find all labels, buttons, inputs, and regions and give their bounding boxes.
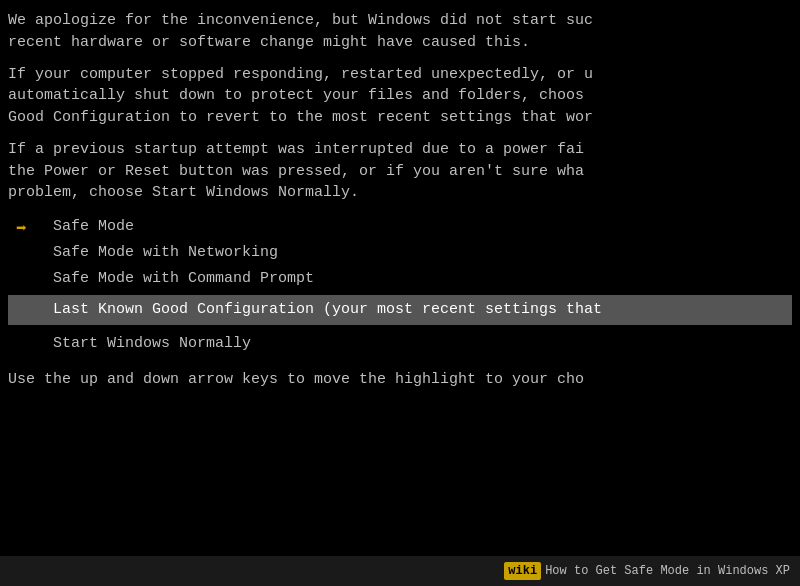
selection-arrow: ➡ bbox=[16, 216, 27, 242]
boot-menu: ➡ Safe Mode Safe Mode with Networking Sa… bbox=[8, 214, 792, 359]
wiki-article-title: How to Get Safe Mode in Windows XP bbox=[545, 564, 790, 578]
paragraph-2: If your computer stopped responding, res… bbox=[8, 64, 792, 129]
menu-item-safe-mode[interactable]: ➡ Safe Mode bbox=[8, 214, 792, 240]
menu-item-last-known-good[interactable]: Last Known Good Configuration (your most… bbox=[8, 295, 792, 325]
paragraph-1: We apologize for the inconvenience, but … bbox=[8, 10, 792, 54]
instructions-text: Use the up and down arrow keys to move t… bbox=[8, 369, 792, 391]
wiki-badge: wiki How to Get Safe Mode in Windows XP bbox=[504, 562, 790, 580]
menu-item-safe-mode-cmd[interactable]: Safe Mode with Command Prompt bbox=[8, 266, 792, 292]
paragraph-3: If a previous startup attempt was interr… bbox=[8, 139, 792, 204]
footer-bar: wiki How to Get Safe Mode in Windows XP bbox=[0, 556, 800, 586]
wiki-label: wiki bbox=[504, 562, 541, 580]
bsod-screen: We apologize for the inconvenience, but … bbox=[0, 0, 800, 556]
menu-item-safe-mode-networking[interactable]: Safe Mode with Networking bbox=[8, 240, 792, 266]
menu-item-start-normally[interactable]: Start Windows Normally bbox=[8, 329, 792, 359]
